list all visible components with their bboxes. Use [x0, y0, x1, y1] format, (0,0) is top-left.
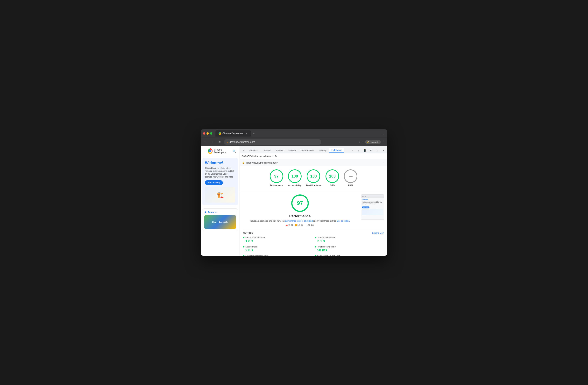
- expand-view-button[interactable]: Expand view: [372, 232, 384, 234]
- maximize-button[interactable]: [210, 132, 212, 135]
- tab-performance[interactable]: Performance: [299, 148, 316, 153]
- devtools-close-icon[interactable]: ×: [381, 148, 386, 153]
- hamburger-menu-icon[interactable]: ☰: [204, 149, 207, 153]
- incognito-icon: 🕵: [367, 141, 370, 143]
- preview-title: Welcome!: [362, 198, 383, 200]
- tab-lighthouse[interactable]: Lighthouse: [329, 148, 344, 153]
- forward-button[interactable]: →: [210, 139, 215, 145]
- metric-tbt-name: Total Blocking Time: [315, 246, 384, 248]
- site-preview-wrapper: Welcome! This is Chrome's official site …: [361, 194, 384, 226]
- title-bar: Chrome Developers × + ⌄: [201, 129, 387, 137]
- cast-icon[interactable]: □: [362, 140, 364, 144]
- metric-fcp: First Contentful Paint 1.8 s: [243, 236, 313, 243]
- lighthouse-more-icon[interactable]: ⋮: [383, 161, 385, 164]
- welcome-title: Welcome!: [205, 161, 235, 165]
- preview-text: This is Chrome's official site to help y…: [362, 200, 383, 205]
- address-lock-icon: 🔒: [226, 141, 229, 143]
- legend-dot-icon: [305, 224, 307, 226]
- metrics-section: METRICS Expand view First Contentful Pai…: [243, 229, 384, 256]
- score-performance[interactable]: 97 Performance: [270, 169, 283, 187]
- metric-lcp-name: Largest Contentful Paint: [243, 255, 313, 256]
- site-preview: Welcome! This is Chrome's official site …: [361, 194, 384, 220]
- devtools-more-icon[interactable]: ⋮: [375, 148, 379, 153]
- incognito-label: Incognito: [370, 141, 379, 143]
- see-calculator-link[interactable]: See calculator.: [337, 220, 350, 222]
- metric-tbt: Total Blocking Time 50 ms: [315, 246, 384, 252]
- tab-sources[interactable]: Sources: [273, 148, 286, 153]
- tab-elements[interactable]: Elements: [246, 148, 260, 153]
- devtools-inspect-icon[interactable]: ⊡: [356, 148, 361, 153]
- metric-si: Speed Index 2.0 s: [243, 246, 313, 252]
- lighthouse-url-bar: 🔒 https://developer.chrome.com/ ⋮: [240, 159, 387, 166]
- devtools-device-icon[interactable]: 📱: [362, 148, 367, 153]
- metric-tti-dot: [315, 237, 316, 238]
- welcome-illustration: 🏗️: [205, 187, 235, 203]
- perf-link1: performance score is calculated: [285, 220, 313, 222]
- website-panel: ☰ Chrome Developers 🔍 Welcome! This is C…: [201, 146, 240, 256]
- site-header: ☰ Chrome Developers 🔍: [201, 146, 240, 156]
- welcome-description: This is Chrome's official site to help y…: [205, 167, 235, 178]
- devtools-add-panel-button[interactable]: +: [241, 148, 246, 153]
- more-tabs-icon[interactable]: »: [350, 148, 355, 153]
- metrics-grid: First Contentful Paint 1.8 s Time to Int…: [243, 236, 384, 256]
- devtools-toolbar: 2:40:07 PM · developer.chrome... ↻: [240, 153, 387, 159]
- tab-memory[interactable]: Memory: [316, 148, 329, 153]
- featured-card-title: Chrome Dev Insider: [212, 221, 228, 223]
- start-building-button[interactable]: Start building: [205, 180, 223, 185]
- toolbar-time: 2:40:07 PM · developer.chrome...: [242, 155, 273, 157]
- performance-detail: 97 Performance Values are estimated and …: [243, 191, 384, 229]
- minimize-button[interactable]: [207, 132, 209, 135]
- lh-lock-icon: 🔒: [242, 161, 245, 164]
- metric-tbt-value: 50 ms: [315, 248, 384, 252]
- reload-button[interactable]: ↻: [217, 139, 222, 145]
- window-controls[interactable]: ⌄: [381, 132, 385, 135]
- new-tab-button[interactable]: +: [251, 131, 256, 136]
- featured-card: ★ Featured Chrome Dev Insider: [202, 209, 238, 231]
- score-circle-seo: 100: [326, 169, 339, 183]
- score-circle-accessibility: 100: [288, 169, 302, 183]
- address-right-actions: ☆ □ 🕵 Incognito ⋮: [358, 140, 385, 144]
- featured-star-icon: ★: [204, 211, 207, 214]
- performance-score-link[interactable]: performance score is calculated: [285, 220, 313, 222]
- incognito-badge: 🕵 Incognito: [365, 140, 381, 144]
- legend-triangle-icon: [286, 224, 288, 226]
- legend-red: 0–49: [286, 224, 293, 226]
- preview-btn: Start building: [362, 207, 369, 209]
- tab-close-button[interactable]: ×: [245, 132, 248, 135]
- featured-thumbnail: Chrome Dev Insider: [204, 215, 236, 229]
- score-pwa[interactable]: — PWA: [344, 169, 357, 187]
- address-bar: ← → ↻ 🔒 developer.chrome.com ☆ □ 🕵 Incog…: [201, 137, 387, 146]
- tab-network[interactable]: Network: [286, 148, 299, 153]
- tab-console[interactable]: Console: [260, 148, 273, 153]
- preview-dot-1: [362, 196, 363, 197]
- address-input[interactable]: 🔒 developer.chrome.com: [224, 139, 321, 145]
- back-button[interactable]: ←: [203, 139, 209, 145]
- toolbar-reload-icon[interactable]: ↻: [275, 155, 277, 158]
- tab-bar: Chrome Developers × +: [215, 130, 379, 136]
- devtools-panel: + Elements Console Sources Network Perfo…: [240, 146, 387, 256]
- bookmark-icon[interactable]: ☆: [358, 140, 360, 144]
- chrome-menu-icon[interactable]: ⋮: [382, 140, 385, 144]
- active-tab[interactable]: Chrome Developers ×: [215, 130, 251, 136]
- devtools-settings-icon[interactable]: ⚙: [369, 148, 373, 153]
- legend-orange: 50–89: [295, 224, 303, 226]
- preview-body: Welcome! This is Chrome's official site …: [361, 198, 384, 216]
- browser-window: Chrome Developers × + ⌄ ← → ↻ 🔒 develope…: [201, 129, 387, 256]
- metric-cls: Cumulative Layout Shift 0: [315, 255, 384, 256]
- featured-label: Featured: [208, 211, 217, 213]
- close-button[interactable]: [203, 132, 205, 135]
- score-seo[interactable]: 100 SEO: [326, 169, 339, 187]
- metric-tbt-dot: [315, 246, 316, 248]
- metrics-header: METRICS Expand view: [243, 232, 384, 234]
- tab-title: Chrome Developers: [222, 132, 243, 135]
- site-search-icon[interactable]: 🔍: [232, 149, 236, 153]
- score-best-practices[interactable]: 100 Best Practices: [306, 169, 321, 187]
- score-accessibility[interactable]: 100 Accessibility: [288, 169, 302, 187]
- performance-left: 97 Performance Values are estimated and …: [243, 194, 357, 226]
- legend-range-0: 0–49: [289, 224, 293, 226]
- score-label-best-practices: Best Practices: [306, 184, 321, 187]
- metric-si-value: 2.0 s: [243, 248, 313, 252]
- metric-fcp-dot: [243, 237, 244, 238]
- metric-lcp-dot: [243, 255, 244, 256]
- address-text: developer.chrome.com: [230, 140, 255, 143]
